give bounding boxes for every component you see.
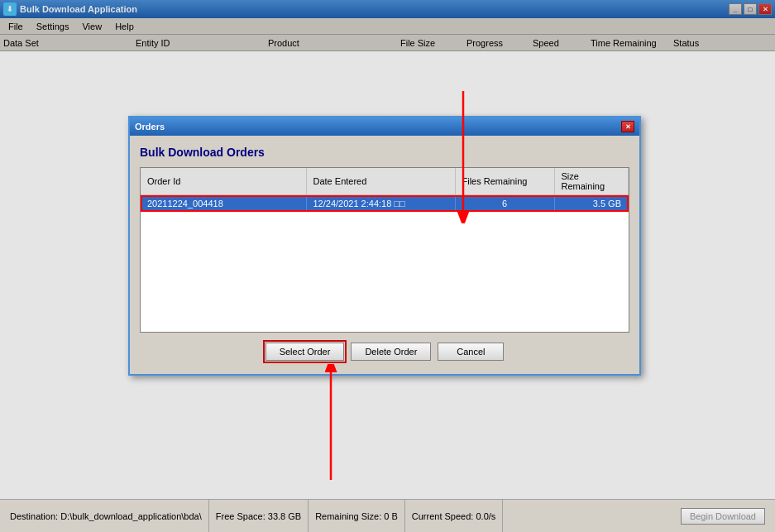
- col-date-entered: Date Entered: [306, 168, 455, 195]
- orders-table: Order Id Date Entered Files Remaining Si…: [141, 168, 629, 212]
- current-speed-value: 0.0/s: [476, 511, 495, 521]
- begin-download-section: Begin Download: [674, 500, 772, 532]
- dialog-title-bar: Orders ✕: [130, 117, 639, 136]
- current-speed-section: Current Speed: 0.0/s: [405, 500, 504, 532]
- remaining-size-label: Remaining Size:: [315, 511, 381, 521]
- current-speed-label: Current Speed:: [412, 511, 474, 521]
- dialog-title: Orders: [135, 122, 165, 132]
- dialog-close-button[interactable]: ✕: [621, 121, 634, 132]
- dialog-buttons: Select Order Delete Order Cancel: [140, 343, 629, 364]
- cell-size-remaining: 3.5 GB: [554, 195, 629, 213]
- cell-order-id: 20211224_004418: [141, 195, 306, 213]
- col-size-remaining: Size Remaining: [554, 168, 629, 195]
- select-order-button[interactable]: Select Order: [266, 343, 345, 361]
- dialog-body: Bulk Download Orders Order Id Date Enter…: [130, 136, 639, 374]
- orders-table-container[interactable]: Order Id Date Entered Files Remaining Si…: [140, 167, 629, 333]
- dialog-heading: Bulk Download Orders: [140, 146, 629, 159]
- col-files-remaining: Files Remaining: [455, 168, 554, 195]
- free-space-value: 33.8 GB: [268, 511, 301, 521]
- destination-label: Destination:: [10, 511, 58, 521]
- free-space-section: Free Space: 33.8 GB: [209, 500, 309, 532]
- col-order-id: Order Id: [141, 168, 306, 195]
- cell-date-entered: 12/24/2021 2:44:18 □□: [306, 195, 455, 213]
- cell-files-remaining: 6: [455, 195, 554, 213]
- status-bar: Destination: D:\bulk_download_applicatio…: [0, 499, 775, 532]
- remaining-size-section: Remaining Size: 0 B: [309, 500, 405, 532]
- dialog-overlay: Orders ✕ Bulk Download Orders Order Id D…: [0, 0, 775, 532]
- arrow-up-to-button: [281, 364, 380, 488]
- cancel-button[interactable]: Cancel: [438, 343, 504, 361]
- table-row[interactable]: 20211224_004418 12/24/2021 2:44:18 □□ 6 …: [141, 195, 629, 213]
- delete-order-button[interactable]: Delete Order: [351, 343, 431, 361]
- remaining-size-value: 0 B: [384, 511, 398, 521]
- begin-download-button[interactable]: Begin Download: [681, 508, 765, 525]
- orders-dialog: Orders ✕ Bulk Download Orders Order Id D…: [128, 116, 641, 376]
- table-header-row: Order Id Date Entered Files Remaining Si…: [141, 168, 629, 195]
- destination-section: Destination: D:\bulk_download_applicatio…: [3, 500, 209, 532]
- free-space-label: Free Space:: [216, 511, 266, 521]
- destination-value: D:\bulk_download_application\bda\: [60, 511, 202, 521]
- dialog-controls: ✕: [621, 121, 634, 132]
